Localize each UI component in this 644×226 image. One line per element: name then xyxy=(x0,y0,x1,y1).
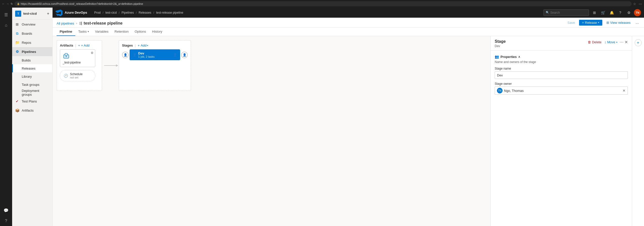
nav-pipelines[interactable]: Pipelines xyxy=(120,8,136,18)
bell-icon[interactable]: 🔔 xyxy=(608,9,615,16)
pipeline-canvas: Artifacts | + + Add ⚙ xyxy=(53,36,490,226)
sidebar-item-test-plans[interactable]: ✔ Test Plans xyxy=(12,97,52,106)
artifacts-icon: 📦 xyxy=(15,108,19,112)
post-approval-badge[interactable]: 👤 xyxy=(181,52,188,58)
add-stage-button[interactable]: + Add ▾ xyxy=(138,44,148,47)
nav-pipeline-name[interactable]: test-release pipeline xyxy=(154,8,185,18)
stage-card[interactable]: 👤 Dev 1 job, 2 tasks 👤 xyxy=(130,49,180,60)
tab-options[interactable]: Options xyxy=(132,28,149,36)
search-box[interactable]: 🔍 xyxy=(543,9,589,16)
stage-person-assign-icon[interactable]: 👤 xyxy=(173,53,177,57)
tab-pipeline[interactable]: Pipeline xyxy=(57,28,75,36)
schedule-card[interactable]: 🕐 Schedule not set xyxy=(60,70,95,81)
sidebar-item-releases[interactable]: Releases xyxy=(12,64,52,72)
sidebar-item-deployment-groups[interactable]: Deployment groups xyxy=(12,89,52,97)
url-text: https://hcaweb50.ochca.com/Prod/test-cic… xyxy=(21,2,143,5)
stage-name-input[interactable] xyxy=(495,71,628,79)
sidebar-item-task-groups[interactable]: Task groups xyxy=(12,80,52,89)
ado-home-icon[interactable]: ⌂ xyxy=(1,20,11,30)
project-icon: T xyxy=(15,11,21,17)
stage-tasks: 1 job, 2 tasks xyxy=(138,55,155,58)
repos-icon: 📁 xyxy=(15,40,19,45)
panel-close-button[interactable]: ✕ xyxy=(625,40,628,45)
pre-approval-badge[interactable]: 👤 xyxy=(122,52,129,58)
delete-button[interactable]: 🗑 Delete xyxy=(587,39,603,45)
lock-icon: 🔒 xyxy=(17,3,20,5)
stage-name-group: Stage name xyxy=(495,67,628,79)
refresh-icon[interactable]: ↻ xyxy=(11,2,13,6)
sidebar-item-pipelines[interactable]: ⚙ Pipelines xyxy=(12,47,52,56)
app-icon-rail: ☰ ⌂ 💬 ? xyxy=(0,8,12,226)
properties-collapse-icon[interactable]: ∧ xyxy=(518,55,520,58)
pipeline-name-text: test-release pipeline xyxy=(84,21,123,26)
stage-person-icon: 👤 xyxy=(133,53,137,57)
settings-icon[interactable]: ⚙ xyxy=(625,9,632,16)
owner-avatar: TN xyxy=(497,88,503,93)
tab-tasks[interactable]: Tasks ▾ xyxy=(75,28,92,36)
ado-chat-icon[interactable]: 💬 xyxy=(1,205,11,215)
add-stage-dropdown-icon: ▾ xyxy=(147,44,148,47)
pipeline-title-bar: All pipelines › ⇶ test-release pipeline … xyxy=(53,18,644,28)
delete-icon: 🗑 xyxy=(588,40,591,44)
tab-retention[interactable]: Retention xyxy=(111,28,132,36)
properties-description: Name and owners of the stage xyxy=(495,60,628,64)
project-add-button[interactable]: + xyxy=(47,11,49,16)
stages-title: Stages xyxy=(122,44,133,47)
overview-icon: ⊞ xyxy=(15,22,19,26)
owner-clear-button[interactable]: ✕ xyxy=(623,89,626,93)
sidebar-item-repos[interactable]: 📁 Repos xyxy=(12,38,52,47)
view-releases-button[interactable]: ⊞ View releases xyxy=(604,20,633,26)
sidebar-item-artifacts[interactable]: 📦 Artifacts xyxy=(12,106,52,115)
tab-history[interactable]: History xyxy=(149,28,165,36)
tab-bar: Pipeline Tasks ▾ Variables Retention Opt… xyxy=(53,28,644,36)
stage-owner-row[interactable]: TN Ngo, Thomas ✕ xyxy=(495,87,628,95)
ado-menu-icon[interactable]: ☰ xyxy=(1,10,11,20)
avatar[interactable]: TN xyxy=(634,9,641,16)
artifacts-title: Artifacts xyxy=(60,44,73,47)
url-bar[interactable]: 🔒 https://hcaweb50.ochca.com/Prod/test-c… xyxy=(14,1,632,6)
search-input[interactable] xyxy=(550,11,586,14)
release-label: Release xyxy=(585,21,597,25)
stage-header-left: 👤 Dev 1 job, 2 tasks xyxy=(133,51,155,58)
sidebar-item-library[interactable]: Library xyxy=(12,72,52,80)
content-area: Azure DevOps Prod / test-cicd / Pipeline… xyxy=(53,8,644,226)
left-nav: T test-cicd + ⊞ Overview ⧉ Boards 📁 Repo… xyxy=(12,8,53,226)
menu-icon[interactable]: ⋯ xyxy=(639,2,642,6)
ado-help-icon[interactable]: ? xyxy=(1,216,11,226)
view-releases-label: View releases xyxy=(610,21,631,25)
save-button[interactable]: Save xyxy=(565,20,577,26)
ado-logo-icon xyxy=(56,9,63,16)
panel-add-button[interactable]: + xyxy=(635,39,642,46)
grid-view-icon[interactable]: ⊞ xyxy=(591,9,598,16)
star-icon[interactable]: ☆ xyxy=(633,2,636,6)
sidebar-item-boards[interactable]: ⧉ Boards xyxy=(12,29,52,38)
stage-name-label: Stage name xyxy=(495,67,628,70)
testplans-icon: ✔ xyxy=(15,99,19,103)
help-icon[interactable]: ? xyxy=(617,9,624,16)
nav-releases[interactable]: Releases xyxy=(137,8,153,18)
ado-header-right: 🔍 ⊞ 🛒 🔔 ? ⚙ TN xyxy=(543,9,641,16)
panel-title-block: Stage Dev xyxy=(495,39,506,48)
more-options-button[interactable]: ... xyxy=(635,19,640,26)
add-artifact-button[interactable]: + + Add xyxy=(78,44,89,47)
artifact-name: _test-pipeline xyxy=(63,61,92,64)
artifact-settings-icon[interactable]: ⚙ xyxy=(91,51,93,55)
properties-person-icon: 👥 xyxy=(495,55,499,59)
pipeline-row: Artifacts | + + Add ⚙ xyxy=(57,40,486,91)
panel-more-button[interactable]: ⋯ xyxy=(619,40,624,45)
release-button[interactable]: + Release ▾ xyxy=(579,20,602,26)
stage-card-header: 👤 Dev 1 job, 2 tasks 👤 xyxy=(130,50,180,60)
tab-variables[interactable]: Variables xyxy=(92,28,111,36)
forward-icon[interactable]: → xyxy=(6,2,9,5)
artifacts-header: Artifacts | + + Add xyxy=(60,44,99,47)
nav-prod[interactable]: Prod xyxy=(92,8,103,18)
nav-test-cicd[interactable]: test-cicd xyxy=(103,8,119,18)
back-icon[interactable]: ← xyxy=(2,2,5,5)
sidebar-item-overview[interactable]: ⊞ Overview xyxy=(12,20,52,29)
svg-rect-2 xyxy=(65,53,67,55)
basket-icon[interactable]: 🛒 xyxy=(600,9,607,16)
move-button[interactable]: ↕ Move ▾ xyxy=(604,39,618,45)
all-pipelines-link[interactable]: All pipelines xyxy=(57,22,74,25)
schedule-clock-icon: 🕐 xyxy=(64,74,68,78)
sidebar-item-builds[interactable]: Builds xyxy=(12,56,52,64)
